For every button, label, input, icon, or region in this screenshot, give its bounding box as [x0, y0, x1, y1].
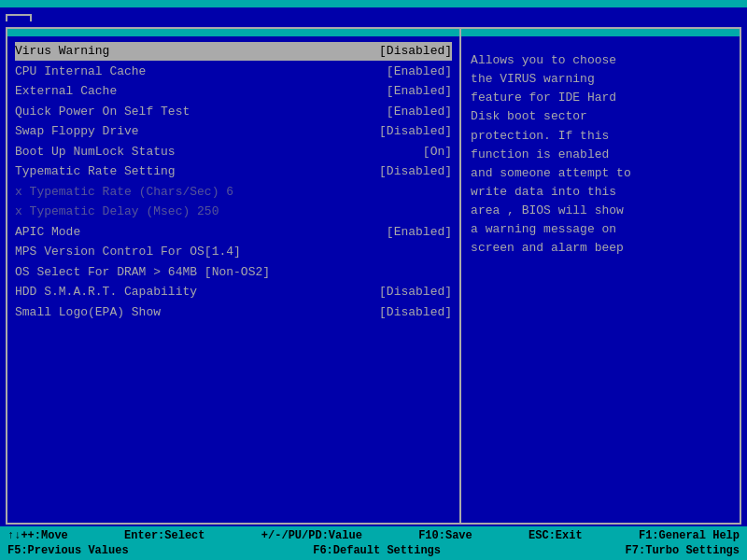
help-line: screen and alarm beep [471, 239, 730, 258]
setting-row[interactable]: x Typematic Delay (Msec) 250 [15, 203, 452, 221]
footer-move: ↑↓++:Move [7, 529, 68, 542]
setting-row[interactable]: Quick Power On Self Test[Enabled] [15, 103, 452, 121]
setting-value: [On] [423, 143, 452, 161]
setting-name: HDD S.M.A.R.T. Capability [15, 283, 375, 301]
help-line: Allows you to choose [471, 51, 730, 70]
right-panel: Allows you to choosethe VIRUS warningfea… [461, 29, 740, 523]
setting-value: [Enabled] [387, 63, 452, 81]
setting-value: [Enabled] [387, 82, 452, 101]
help-line: protection. If this [471, 127, 730, 146]
setting-name: CPU Internal Cache [15, 63, 383, 81]
setting-value: [Disabled] [379, 42, 452, 61]
setting-name: Swap Floppy Drive [15, 122, 375, 141]
setting-row[interactable]: Small Logo(EPA) Show[Disabled] [15, 303, 452, 322]
setting-row[interactable]: OS Select For DRAM > 64MB [Non-OS2] [15, 263, 452, 282]
left-panel: Virus Warning[Disabled]CPU Internal Cach… [7, 29, 461, 523]
footer-turbo: F7:Turbo Settings [626, 544, 740, 557]
setting-row[interactable]: Swap Floppy Drive[Disabled] [15, 122, 452, 141]
disabled-prefix-x: x [15, 204, 30, 218]
setting-name: Quick Power On Self Test [15, 103, 383, 121]
footer-default: F6:Default Settings [313, 544, 441, 557]
setting-value: [Enabled] [387, 103, 452, 121]
help-line: function is enabled [471, 146, 730, 164]
setting-row[interactable]: Boot Up NumLock Status[On] [15, 143, 452, 161]
help-line: a warning message on [471, 220, 730, 239]
setting-row[interactable]: CPU Internal Cache[Enabled] [15, 63, 452, 81]
settings-list: Virus Warning[Disabled]CPU Internal Cach… [7, 36, 459, 523]
setting-name: MPS Version Control For OS[1.4] [15, 243, 452, 261]
setting-row[interactable]: Virus Warning[Disabled] [15, 42, 452, 61]
setting-value: [Disabled] [379, 283, 452, 301]
footer-row-2: F5:Previous Values F6:Default Settings F… [7, 544, 740, 557]
setting-value: [Disabled] [379, 122, 452, 141]
help-line: and someone attempt to [471, 164, 730, 183]
footer-save: F10:Save [418, 529, 472, 542]
left-panel-header [7, 29, 459, 36]
setting-name: Small Logo(EPA) Show [15, 303, 375, 322]
help-line: feature for IDE Hard [471, 89, 730, 107]
help-line: write data into this [471, 183, 730, 202]
setting-value: [Enabled] [387, 223, 452, 242]
setting-name: External Cache [15, 82, 383, 101]
footer-exit: ESC:Exit [529, 529, 583, 542]
setting-row[interactable]: External Cache[Enabled] [15, 82, 452, 101]
tab-bar [0, 7, 747, 25]
setting-name: APIC Mode [15, 223, 383, 242]
footer: ↑↓++:Move Enter:Select +/-/PU/PD:Value F… [0, 526, 747, 560]
main-content: Virus Warning[Disabled]CPU Internal Cach… [6, 27, 741, 525]
setting-name: Virus Warning [15, 42, 375, 61]
right-panel-header [461, 29, 740, 36]
setting-name: OS Select For DRAM > 64MB [Non-OS2] [15, 263, 452, 282]
footer-select: Enter:Select [124, 529, 204, 542]
footer-row-1: ↑↓++:Move Enter:Select +/-/PU/PD:Value F… [7, 529, 740, 542]
setting-row[interactable]: x Typematic Rate (Chars/Sec) 6 [15, 183, 452, 202]
help-line: area , BIOS will show [471, 202, 730, 220]
setting-row[interactable]: HDD S.M.A.R.T. Capability[Disabled] [15, 283, 452, 301]
help-line: the VIRUS warning [471, 70, 730, 89]
help-text-container: Allows you to choosethe VIRUS warningfea… [471, 51, 730, 259]
title-bar [0, 0, 747, 7]
setting-name: Boot Up NumLock Status [15, 143, 419, 161]
footer-value: +/-/PU/PD:Value [261, 529, 362, 542]
footer-prev: F5:Previous Values [7, 544, 129, 557]
tab-advanced[interactable] [6, 14, 32, 21]
setting-value: [Disabled] [379, 303, 452, 322]
help-content: Allows you to choosethe VIRUS warningfea… [461, 36, 740, 266]
setting-name: x Typematic Delay (Msec) 250 [15, 203, 452, 221]
setting-row[interactable]: MPS Version Control For OS[1.4] [15, 243, 452, 261]
footer-help: F1:General Help [639, 529, 740, 542]
setting-name: x Typematic Rate (Chars/Sec) 6 [15, 183, 452, 202]
disabled-prefix-x: x [15, 185, 30, 199]
setting-name: Typematic Rate Setting [15, 162, 375, 181]
help-line: Disk boot sector [471, 107, 730, 126]
setting-value: [Disabled] [379, 162, 452, 181]
setting-row[interactable]: Typematic Rate Setting[Disabled] [15, 162, 452, 181]
setting-row[interactable]: APIC Mode[Enabled] [15, 223, 452, 242]
